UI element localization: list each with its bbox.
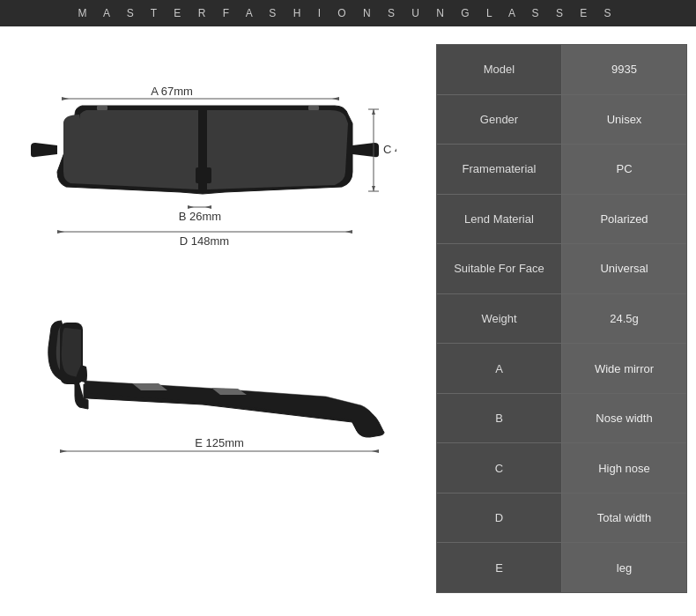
svg-marker-25 — [372, 449, 379, 453]
spec-row: CHigh nose — [437, 443, 686, 494]
svg-rect-5 — [196, 167, 211, 183]
spec-label: B — [437, 394, 562, 443]
specs-table: Model9935GenderUnisexFramematerialPCLend… — [436, 44, 687, 593]
spec-value: Nose width — [562, 394, 686, 443]
svg-text:C 49mm: C 49mm — [383, 143, 396, 156]
spec-row: Model9935 — [437, 45, 686, 95]
spec-label: Suitable For Face — [437, 244, 562, 293]
spec-label: Framematerial — [437, 145, 562, 194]
side-glasses-section: E 125mm — [26, 277, 427, 465]
left-panel: A 67mm — [0, 35, 436, 602]
spec-row: Suitable For FaceUniversal — [437, 244, 686, 294]
spec-row: GenderUnisex — [437, 95, 686, 145]
svg-marker-3 — [332, 97, 339, 100]
svg-marker-1 — [62, 97, 69, 100]
spec-label: E — [437, 543, 562, 592]
spec-value: leg — [562, 543, 686, 592]
spec-value: Universal — [562, 244, 686, 293]
spec-row: FramematerialPC — [437, 145, 686, 195]
spec-row: DTotal width — [437, 494, 686, 544]
svg-text:B 26mm: B 26mm — [179, 210, 221, 223]
svg-rect-6 — [97, 106, 107, 110]
front-glasses-diagram: A 67mm — [26, 44, 396, 247]
spec-label: Lend Material — [437, 195, 562, 244]
svg-marker-20 — [345, 230, 352, 234]
svg-text:A 67mm: A 67mm — [151, 85, 193, 98]
header-bar: M A S T E R F A S H I O N S U N G L A S … — [0, 0, 696, 26]
spec-row: BNose width — [437, 394, 686, 444]
spec-value: Polarized — [562, 195, 686, 244]
svg-marker-16 — [205, 205, 211, 209]
front-glasses-section: A 67mm — [26, 44, 427, 250]
spec-label: Gender — [437, 95, 562, 145]
spec-label: Weight — [437, 294, 562, 344]
svg-marker-11 — [372, 109, 375, 115]
main-content: A 67mm — [0, 26, 696, 611]
spec-row: Eleg — [437, 543, 686, 592]
svg-marker-24 — [60, 449, 67, 453]
svg-text:D 148mm: D 148mm — [180, 234, 229, 247]
spec-row: Weight24.5g — [437, 294, 686, 345]
spec-value: 24.5g — [562, 294, 686, 344]
side-glasses-diagram: E 125mm — [26, 277, 396, 462]
spec-value: 9935 — [562, 45, 686, 94]
spec-label: A — [437, 344, 562, 393]
spec-row: Lend MaterialPolarized — [437, 195, 686, 245]
svg-marker-19 — [57, 230, 64, 234]
spec-label: Model — [437, 45, 562, 94]
spec-value: PC — [562, 145, 686, 194]
spec-row: AWide mirror — [437, 344, 686, 394]
spec-value: High nose — [562, 443, 686, 493]
svg-text:E 125mm: E 125mm — [195, 436, 244, 449]
spec-value: Wide mirror — [562, 344, 686, 393]
svg-rect-7 — [308, 106, 319, 110]
spec-value: Unisex — [562, 95, 686, 145]
svg-marker-12 — [372, 186, 375, 191]
spec-value: Total width — [562, 494, 686, 543]
svg-marker-15 — [188, 205, 194, 209]
brand-title: M A S T E R F A S H I O N S U N G L A S … — [78, 7, 618, 19]
spec-label: C — [437, 443, 562, 493]
spec-label: D — [437, 494, 562, 543]
